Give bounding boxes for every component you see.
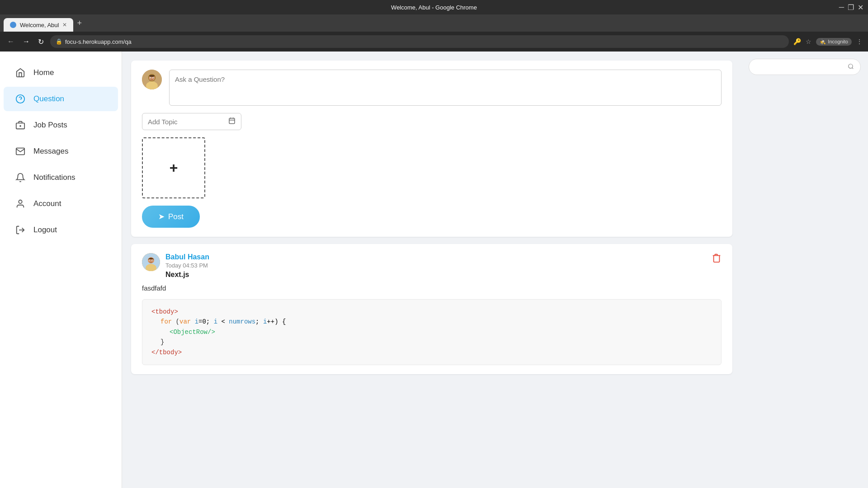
menu-icon[interactable]: ⋮ — [856, 38, 863, 45]
minimize-icon[interactable]: ─ — [839, 3, 844, 11]
browser-tabbar: Welcome, Abul ✕ + — [0, 14, 868, 32]
post-avatar — [142, 253, 160, 271]
home-icon — [14, 67, 26, 79]
post-user-info: Babul Hasan Today 04:53 PM Next.js — [142, 253, 209, 279]
image-upload-area[interactable]: + — [142, 137, 205, 198]
tab-close-button[interactable]: ✕ — [62, 22, 67, 28]
incognito-icon: 🕵 — [820, 39, 826, 45]
account-icon — [14, 198, 26, 210]
code-line-3: <ObjectRow/> — [170, 327, 712, 337]
topic-input[interactable] — [148, 118, 225, 126]
post-header: Babul Hasan Today 04:53 PM Next.js — [142, 253, 722, 279]
post-timestamp: Today 04:53 PM — [165, 262, 209, 269]
forward-button[interactable]: → — [21, 36, 32, 47]
sidebar-label-notifications: Notifications — [33, 173, 75, 182]
close-icon[interactable]: ✕ — [858, 3, 863, 12]
lock-icon: 🔒 — [56, 38, 62, 45]
browser-actions: 🔑 ☆ 🕵 Incognito ⋮ — [793, 38, 863, 46]
post-meta: Babul Hasan Today 04:53 PM Next.js — [165, 253, 209, 279]
incognito-badge: 🕵 Incognito — [816, 38, 852, 46]
sidebar-label-account: Account — [33, 199, 61, 208]
sidebar-item-question[interactable]: Question — [4, 87, 118, 111]
jobposts-icon — [14, 119, 26, 131]
svg-point-25 — [150, 260, 150, 261]
svg-point-27 — [849, 64, 853, 68]
calendar-icon — [228, 117, 236, 126]
question-icon — [14, 93, 26, 105]
post-body: fasdfafd — [142, 284, 722, 292]
code-block: <tbody> for (var i=0; i < numrows; i++) … — [142, 299, 722, 365]
sidebar-item-home[interactable]: Home — [4, 61, 118, 85]
new-tab-button[interactable]: + — [73, 19, 85, 28]
svg-point-15 — [153, 78, 154, 79]
post-card: Babul Hasan Today 04:53 PM Next.js fasdf… — [131, 244, 732, 374]
search-icon — [848, 63, 854, 71]
sidebar-label-logout: Logout — [33, 225, 57, 235]
url-text: focu-s.herokuapp.com/qa — [65, 38, 132, 45]
window-controls[interactable]: ─ ❐ ✕ — [839, 3, 863, 12]
sidebar-label-jobposts: Job Posts — [33, 121, 67, 130]
search-bar[interactable] — [749, 59, 861, 75]
question-input[interactable] — [169, 70, 722, 106]
app-container: Home Question Job — [0, 52, 868, 488]
svg-rect-11 — [150, 75, 154, 77]
tab-title: Welcome, Abul — [20, 22, 59, 28]
question-form: + ➤ Post — [131, 61, 732, 237]
back-button[interactable]: ← — [5, 36, 16, 47]
code-line-4: } — [160, 337, 712, 347]
sidebar-item-messages[interactable]: Messages — [4, 139, 118, 164]
sidebar-label-home: Home — [33, 68, 54, 77]
post-username: Babul Hasan — [165, 253, 209, 261]
post-topic: Next.js — [165, 271, 209, 279]
main-content: + ➤ Post — [122, 52, 741, 488]
messages-icon — [14, 145, 26, 157]
browser-addressbar: ← → ↻ 🔒 focu-s.herokuapp.com/qa 🔑 ☆ 🕵 In… — [0, 32, 868, 52]
restore-icon[interactable]: ❐ — [848, 3, 854, 12]
key-icon: 🔑 — [793, 38, 801, 45]
topic-input-wrapper[interactable] — [142, 113, 241, 130]
sidebar-label-question: Question — [33, 94, 64, 103]
svg-rect-16 — [229, 118, 235, 124]
svg-point-14 — [151, 78, 151, 79]
incognito-label: Incognito — [828, 39, 848, 44]
tab-favicon — [10, 22, 16, 28]
url-bar[interactable]: 🔒 focu-s.herokuapp.com/qa — [50, 35, 789, 48]
refresh-button[interactable]: ↻ — [36, 36, 46, 48]
browser-tab-active[interactable]: Welcome, Abul ✕ — [4, 18, 73, 32]
sidebar-item-account[interactable]: Account — [4, 192, 118, 216]
sidebar: Home Question Job — [0, 52, 122, 488]
browser-title: Welcome, Abul - Google Chrome — [391, 4, 477, 11]
svg-point-5 — [19, 200, 22, 203]
code-line-1: <tbody> — [151, 307, 712, 317]
bookmark-icon[interactable]: ☆ — [806, 38, 811, 45]
topic-row — [142, 113, 722, 130]
sidebar-item-logout[interactable]: Logout — [4, 218, 118, 242]
code-line-5: </tbody> — [151, 347, 712, 357]
sidebar-item-notifications[interactable]: Notifications — [4, 165, 118, 190]
sidebar-label-messages: Messages — [33, 147, 68, 156]
search-input[interactable] — [755, 63, 844, 70]
current-user-avatar — [142, 70, 162, 89]
add-image-icon: + — [170, 160, 178, 176]
logout-icon — [14, 224, 26, 236]
delete-post-button[interactable] — [712, 253, 722, 265]
post-button[interactable]: ➤ Post — [142, 206, 200, 228]
post-button-label: Post — [168, 212, 184, 221]
browser-titlebar: Welcome, Abul - Google Chrome ─ ❐ ✕ — [0, 0, 868, 14]
send-icon: ➤ — [158, 212, 165, 221]
sidebar-item-jobposts[interactable]: Job Posts — [4, 113, 118, 137]
code-line-2: for (var i=0; i < numrows; i++) { — [160, 317, 712, 327]
svg-line-28 — [852, 67, 854, 69]
notifications-icon — [14, 172, 26, 183]
svg-point-26 — [152, 260, 153, 261]
right-sidebar — [741, 52, 868, 488]
question-header — [142, 70, 722, 106]
